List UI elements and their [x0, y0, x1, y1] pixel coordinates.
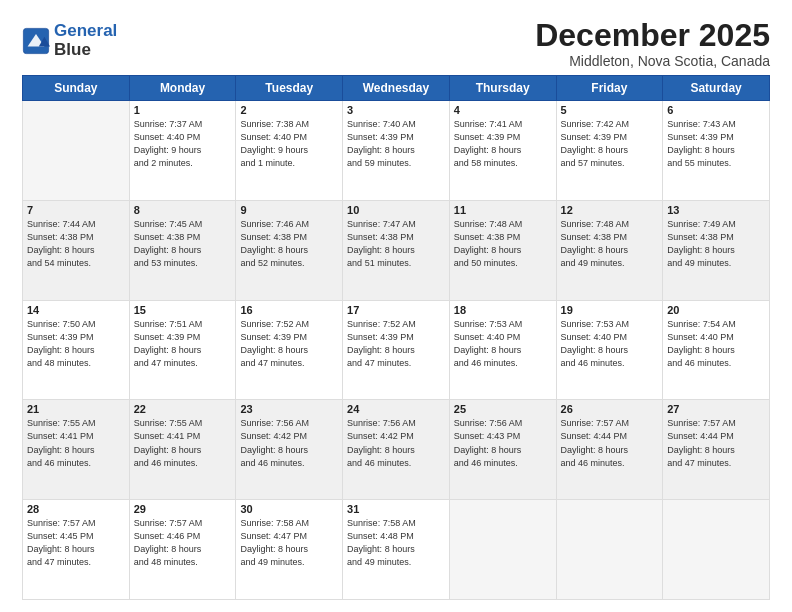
- col-header-tuesday: Tuesday: [236, 76, 343, 101]
- day-number: 19: [561, 304, 659, 316]
- col-header-thursday: Thursday: [449, 76, 556, 101]
- day-info: Sunrise: 7:53 AM Sunset: 4:40 PM Dayligh…: [561, 318, 659, 370]
- page: General Blue December 2025 Middleton, No…: [0, 0, 792, 612]
- day-number: 22: [134, 403, 232, 415]
- calendar-week-row: 28Sunrise: 7:57 AM Sunset: 4:45 PM Dayli…: [23, 500, 770, 600]
- day-info: Sunrise: 7:56 AM Sunset: 4:43 PM Dayligh…: [454, 417, 552, 469]
- day-info: Sunrise: 7:53 AM Sunset: 4:40 PM Dayligh…: [454, 318, 552, 370]
- day-number: 6: [667, 104, 765, 116]
- calendar-day-cell: 8Sunrise: 7:45 AM Sunset: 4:38 PM Daylig…: [129, 200, 236, 300]
- day-number: 27: [667, 403, 765, 415]
- calendar-day-cell: 17Sunrise: 7:52 AM Sunset: 4:39 PM Dayli…: [343, 300, 450, 400]
- location: Middleton, Nova Scotia, Canada: [535, 53, 770, 69]
- calendar-day-cell: 4Sunrise: 7:41 AM Sunset: 4:39 PM Daylig…: [449, 101, 556, 201]
- calendar-day-cell: 30Sunrise: 7:58 AM Sunset: 4:47 PM Dayli…: [236, 500, 343, 600]
- day-info: Sunrise: 7:38 AM Sunset: 4:40 PM Dayligh…: [240, 118, 338, 170]
- calendar-day-cell: 24Sunrise: 7:56 AM Sunset: 4:42 PM Dayli…: [343, 400, 450, 500]
- day-number: 4: [454, 104, 552, 116]
- day-info: Sunrise: 7:51 AM Sunset: 4:39 PM Dayligh…: [134, 318, 232, 370]
- day-info: Sunrise: 7:43 AM Sunset: 4:39 PM Dayligh…: [667, 118, 765, 170]
- day-number: 17: [347, 304, 445, 316]
- day-info: Sunrise: 7:37 AM Sunset: 4:40 PM Dayligh…: [134, 118, 232, 170]
- day-number: 13: [667, 204, 765, 216]
- calendar-empty-cell: [23, 101, 130, 201]
- day-info: Sunrise: 7:58 AM Sunset: 4:48 PM Dayligh…: [347, 517, 445, 569]
- day-info: Sunrise: 7:52 AM Sunset: 4:39 PM Dayligh…: [240, 318, 338, 370]
- day-info: Sunrise: 7:55 AM Sunset: 4:41 PM Dayligh…: [27, 417, 125, 469]
- calendar-day-cell: 5Sunrise: 7:42 AM Sunset: 4:39 PM Daylig…: [556, 101, 663, 201]
- calendar-day-cell: 14Sunrise: 7:50 AM Sunset: 4:39 PM Dayli…: [23, 300, 130, 400]
- day-number: 26: [561, 403, 659, 415]
- day-info: Sunrise: 7:50 AM Sunset: 4:39 PM Dayligh…: [27, 318, 125, 370]
- calendar-day-cell: 27Sunrise: 7:57 AM Sunset: 4:44 PM Dayli…: [663, 400, 770, 500]
- day-info: Sunrise: 7:57 AM Sunset: 4:44 PM Dayligh…: [561, 417, 659, 469]
- calendar-empty-cell: [449, 500, 556, 600]
- calendar-day-cell: 21Sunrise: 7:55 AM Sunset: 4:41 PM Dayli…: [23, 400, 130, 500]
- day-info: Sunrise: 7:52 AM Sunset: 4:39 PM Dayligh…: [347, 318, 445, 370]
- calendar-day-cell: 2Sunrise: 7:38 AM Sunset: 4:40 PM Daylig…: [236, 101, 343, 201]
- calendar-week-row: 14Sunrise: 7:50 AM Sunset: 4:39 PM Dayli…: [23, 300, 770, 400]
- calendar-day-cell: 25Sunrise: 7:56 AM Sunset: 4:43 PM Dayli…: [449, 400, 556, 500]
- day-number: 3: [347, 104, 445, 116]
- day-number: 11: [454, 204, 552, 216]
- logo-icon: [22, 27, 50, 55]
- day-number: 2: [240, 104, 338, 116]
- day-info: Sunrise: 7:57 AM Sunset: 4:44 PM Dayligh…: [667, 417, 765, 469]
- day-number: 8: [134, 204, 232, 216]
- calendar-day-cell: 1Sunrise: 7:37 AM Sunset: 4:40 PM Daylig…: [129, 101, 236, 201]
- logo-text: General Blue: [54, 22, 117, 59]
- calendar-day-cell: 10Sunrise: 7:47 AM Sunset: 4:38 PM Dayli…: [343, 200, 450, 300]
- calendar-header-row: SundayMondayTuesdayWednesdayThursdayFrid…: [23, 76, 770, 101]
- day-number: 18: [454, 304, 552, 316]
- day-info: Sunrise: 7:47 AM Sunset: 4:38 PM Dayligh…: [347, 218, 445, 270]
- calendar-day-cell: 9Sunrise: 7:46 AM Sunset: 4:38 PM Daylig…: [236, 200, 343, 300]
- calendar-day-cell: 18Sunrise: 7:53 AM Sunset: 4:40 PM Dayli…: [449, 300, 556, 400]
- day-number: 15: [134, 304, 232, 316]
- calendar-day-cell: 31Sunrise: 7:58 AM Sunset: 4:48 PM Dayli…: [343, 500, 450, 600]
- day-number: 30: [240, 503, 338, 515]
- day-number: 25: [454, 403, 552, 415]
- calendar-week-row: 21Sunrise: 7:55 AM Sunset: 4:41 PM Dayli…: [23, 400, 770, 500]
- day-info: Sunrise: 7:45 AM Sunset: 4:38 PM Dayligh…: [134, 218, 232, 270]
- col-header-wednesday: Wednesday: [343, 76, 450, 101]
- day-number: 21: [27, 403, 125, 415]
- day-number: 1: [134, 104, 232, 116]
- day-number: 7: [27, 204, 125, 216]
- calendar-week-row: 1Sunrise: 7:37 AM Sunset: 4:40 PM Daylig…: [23, 101, 770, 201]
- day-info: Sunrise: 7:55 AM Sunset: 4:41 PM Dayligh…: [134, 417, 232, 469]
- calendar-week-row: 7Sunrise: 7:44 AM Sunset: 4:38 PM Daylig…: [23, 200, 770, 300]
- calendar-day-cell: 15Sunrise: 7:51 AM Sunset: 4:39 PM Dayli…: [129, 300, 236, 400]
- day-info: Sunrise: 7:44 AM Sunset: 4:38 PM Dayligh…: [27, 218, 125, 270]
- calendar-empty-cell: [556, 500, 663, 600]
- day-number: 12: [561, 204, 659, 216]
- month-title: December 2025: [535, 18, 770, 53]
- day-number: 14: [27, 304, 125, 316]
- calendar-day-cell: 7Sunrise: 7:44 AM Sunset: 4:38 PM Daylig…: [23, 200, 130, 300]
- calendar-empty-cell: [663, 500, 770, 600]
- day-number: 28: [27, 503, 125, 515]
- day-info: Sunrise: 7:54 AM Sunset: 4:40 PM Dayligh…: [667, 318, 765, 370]
- day-info: Sunrise: 7:42 AM Sunset: 4:39 PM Dayligh…: [561, 118, 659, 170]
- calendar-day-cell: 11Sunrise: 7:48 AM Sunset: 4:38 PM Dayli…: [449, 200, 556, 300]
- day-info: Sunrise: 7:56 AM Sunset: 4:42 PM Dayligh…: [240, 417, 338, 469]
- logo: General Blue: [22, 22, 117, 59]
- day-number: 24: [347, 403, 445, 415]
- col-header-friday: Friday: [556, 76, 663, 101]
- calendar-day-cell: 19Sunrise: 7:53 AM Sunset: 4:40 PM Dayli…: [556, 300, 663, 400]
- day-info: Sunrise: 7:56 AM Sunset: 4:42 PM Dayligh…: [347, 417, 445, 469]
- day-number: 16: [240, 304, 338, 316]
- calendar-day-cell: 29Sunrise: 7:57 AM Sunset: 4:46 PM Dayli…: [129, 500, 236, 600]
- col-header-saturday: Saturday: [663, 76, 770, 101]
- calendar-day-cell: 22Sunrise: 7:55 AM Sunset: 4:41 PM Dayli…: [129, 400, 236, 500]
- day-number: 5: [561, 104, 659, 116]
- calendar-day-cell: 13Sunrise: 7:49 AM Sunset: 4:38 PM Dayli…: [663, 200, 770, 300]
- day-info: Sunrise: 7:48 AM Sunset: 4:38 PM Dayligh…: [454, 218, 552, 270]
- day-number: 20: [667, 304, 765, 316]
- col-header-sunday: Sunday: [23, 76, 130, 101]
- title-block: December 2025 Middleton, Nova Scotia, Ca…: [535, 18, 770, 69]
- day-number: 31: [347, 503, 445, 515]
- day-number: 23: [240, 403, 338, 415]
- day-info: Sunrise: 7:58 AM Sunset: 4:47 PM Dayligh…: [240, 517, 338, 569]
- calendar-day-cell: 23Sunrise: 7:56 AM Sunset: 4:42 PM Dayli…: [236, 400, 343, 500]
- calendar-table: SundayMondayTuesdayWednesdayThursdayFrid…: [22, 75, 770, 600]
